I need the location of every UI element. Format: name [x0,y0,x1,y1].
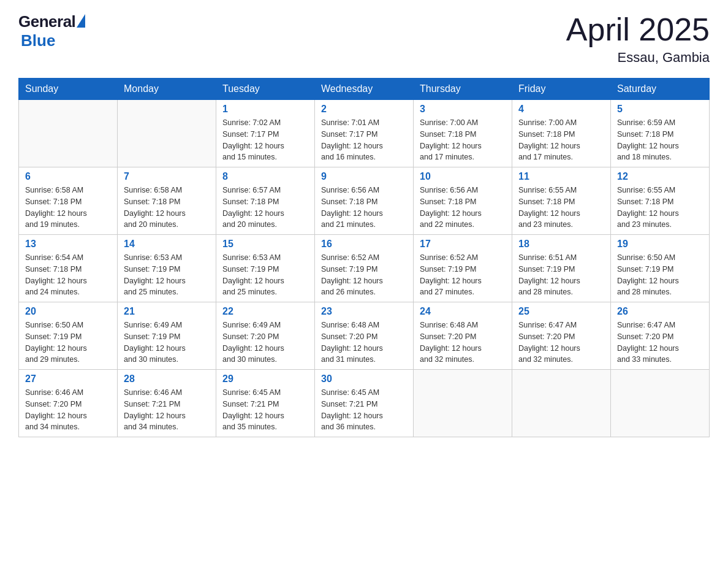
day-number: 29 [222,373,308,385]
calendar-cell: 1Sunrise: 7:02 AM Sunset: 7:17 PM Daylig… [216,100,315,167]
day-number: 22 [222,306,308,317]
calendar-cell: 12Sunrise: 6:55 AM Sunset: 7:18 PM Dayli… [611,167,710,235]
day-info: Sunrise: 6:57 AM Sunset: 7:18 PM Dayligh… [222,185,308,231]
calendar-cell: 7Sunrise: 6:58 AM Sunset: 7:18 PM Daylig… [118,167,216,235]
day-info: Sunrise: 6:47 AM Sunset: 7:20 PM Dayligh… [518,320,604,366]
day-number: 26 [617,306,703,317]
day-info: Sunrise: 6:53 AM Sunset: 7:19 PM Dayligh… [222,252,308,298]
day-info: Sunrise: 7:02 AM Sunset: 7:17 PM Dayligh… [222,117,308,163]
calendar-week-2: 6Sunrise: 6:58 AM Sunset: 7:18 PM Daylig… [19,167,710,235]
day-info: Sunrise: 6:58 AM Sunset: 7:18 PM Dayligh… [25,185,111,231]
day-info: Sunrise: 6:56 AM Sunset: 7:18 PM Dayligh… [420,185,506,231]
calendar-cell: 3Sunrise: 7:00 AM Sunset: 7:18 PM Daylig… [414,100,512,167]
weekday-header-saturday: Saturday [611,79,710,100]
calendar-cell: 16Sunrise: 6:52 AM Sunset: 7:19 PM Dayli… [315,235,414,302]
calendar-cell: 5Sunrise: 6:59 AM Sunset: 7:18 PM Daylig… [611,100,710,167]
month-title: April 2025 [566,12,710,47]
calendar-cell: 17Sunrise: 6:52 AM Sunset: 7:19 PM Dayli… [414,235,512,302]
calendar-cell: 25Sunrise: 6:47 AM Sunset: 7:20 PM Dayli… [512,302,611,370]
day-number: 11 [518,171,604,182]
day-info: Sunrise: 6:52 AM Sunset: 7:19 PM Dayligh… [321,252,407,298]
calendar-cell: 13Sunrise: 6:54 AM Sunset: 7:18 PM Dayli… [19,235,118,302]
calendar-week-5: 27Sunrise: 6:46 AM Sunset: 7:20 PM Dayli… [19,370,710,437]
day-number: 1 [222,104,308,115]
calendar-cell: 24Sunrise: 6:48 AM Sunset: 7:20 PM Dayli… [414,302,512,370]
logo: General Blue [18,12,85,50]
title-area: April 2025 Essau, Gambia [566,12,710,66]
calendar-cell: 28Sunrise: 6:46 AM Sunset: 7:21 PM Dayli… [118,370,216,437]
day-number: 10 [420,171,506,182]
day-info: Sunrise: 6:56 AM Sunset: 7:18 PM Dayligh… [321,185,407,231]
calendar-cell: 22Sunrise: 6:49 AM Sunset: 7:20 PM Dayli… [216,302,315,370]
calendar-table: SundayMondayTuesdayWednesdayThursdayFrid… [18,78,710,437]
page-header: General Blue April 2025 Essau, Gambia [18,12,710,66]
day-info: Sunrise: 7:01 AM Sunset: 7:17 PM Dayligh… [321,117,407,163]
calendar-cell: 26Sunrise: 6:47 AM Sunset: 7:20 PM Dayli… [611,302,710,370]
day-info: Sunrise: 6:49 AM Sunset: 7:20 PM Dayligh… [222,320,308,366]
calendar-week-1: 1Sunrise: 7:02 AM Sunset: 7:17 PM Daylig… [19,100,710,167]
calendar-cell: 11Sunrise: 6:55 AM Sunset: 7:18 PM Dayli… [512,167,611,235]
day-number: 15 [222,239,308,250]
calendar-cell: 20Sunrise: 6:50 AM Sunset: 7:19 PM Dayli… [19,302,118,370]
day-number: 6 [25,171,111,182]
day-info: Sunrise: 6:50 AM Sunset: 7:19 PM Dayligh… [25,320,111,366]
day-number: 16 [321,239,407,250]
day-info: Sunrise: 6:45 AM Sunset: 7:21 PM Dayligh… [222,387,308,433]
day-number: 18 [518,239,604,250]
day-number: 27 [25,373,111,385]
day-info: Sunrise: 6:47 AM Sunset: 7:20 PM Dayligh… [617,320,703,366]
day-number: 20 [25,306,111,317]
day-number: 5 [617,104,703,115]
weekday-header-friday: Friday [512,79,611,100]
day-number: 21 [124,306,210,317]
day-number: 4 [518,104,604,115]
weekday-header-tuesday: Tuesday [216,79,315,100]
day-info: Sunrise: 6:59 AM Sunset: 7:18 PM Dayligh… [617,117,703,163]
day-number: 2 [321,104,407,115]
day-info: Sunrise: 6:48 AM Sunset: 7:20 PM Dayligh… [420,320,506,366]
day-info: Sunrise: 6:50 AM Sunset: 7:19 PM Dayligh… [617,252,703,298]
day-number: 14 [124,239,210,250]
day-number: 8 [222,171,308,182]
calendar-cell [414,370,512,437]
calendar-cell: 27Sunrise: 6:46 AM Sunset: 7:20 PM Dayli… [19,370,118,437]
calendar-cell [611,370,710,437]
day-number: 25 [518,306,604,317]
day-number: 24 [420,306,506,317]
calendar-cell: 29Sunrise: 6:45 AM Sunset: 7:21 PM Dayli… [216,370,315,437]
day-info: Sunrise: 6:49 AM Sunset: 7:19 PM Dayligh… [124,320,210,366]
calendar-cell: 15Sunrise: 6:53 AM Sunset: 7:19 PM Dayli… [216,235,315,302]
calendar-cell: 19Sunrise: 6:50 AM Sunset: 7:19 PM Dayli… [611,235,710,302]
logo-general-text: General [18,12,75,31]
day-number: 30 [321,373,407,385]
day-number: 12 [617,171,703,182]
calendar-cell: 14Sunrise: 6:53 AM Sunset: 7:19 PM Dayli… [118,235,216,302]
calendar-cell: 2Sunrise: 7:01 AM Sunset: 7:17 PM Daylig… [315,100,414,167]
calendar-cell: 9Sunrise: 6:56 AM Sunset: 7:18 PM Daylig… [315,167,414,235]
day-info: Sunrise: 6:52 AM Sunset: 7:19 PM Dayligh… [420,252,506,298]
day-info: Sunrise: 6:55 AM Sunset: 7:18 PM Dayligh… [518,185,604,231]
day-number: 19 [617,239,703,250]
weekday-header-monday: Monday [118,79,216,100]
day-info: Sunrise: 7:00 AM Sunset: 7:18 PM Dayligh… [420,117,506,163]
day-number: 3 [420,104,506,115]
day-info: Sunrise: 7:00 AM Sunset: 7:18 PM Dayligh… [518,117,604,163]
day-number: 17 [420,239,506,250]
calendar-cell [19,100,118,167]
day-number: 7 [124,171,210,182]
day-number: 23 [321,306,407,317]
calendar-cell [512,370,611,437]
day-info: Sunrise: 6:45 AM Sunset: 7:21 PM Dayligh… [321,387,407,433]
day-info: Sunrise: 6:51 AM Sunset: 7:19 PM Dayligh… [518,252,604,298]
calendar-cell: 4Sunrise: 7:00 AM Sunset: 7:18 PM Daylig… [512,100,611,167]
calendar-week-4: 20Sunrise: 6:50 AM Sunset: 7:19 PM Dayli… [19,302,710,370]
day-number: 13 [25,239,111,250]
calendar-cell: 6Sunrise: 6:58 AM Sunset: 7:18 PM Daylig… [19,167,118,235]
weekday-header-row: SundayMondayTuesdayWednesdayThursdayFrid… [19,79,710,100]
logo-blue-text: Blue [21,31,55,50]
weekday-header-sunday: Sunday [19,79,118,100]
day-info: Sunrise: 6:46 AM Sunset: 7:21 PM Dayligh… [124,387,210,433]
day-info: Sunrise: 6:55 AM Sunset: 7:18 PM Dayligh… [617,185,703,231]
calendar-cell: 23Sunrise: 6:48 AM Sunset: 7:20 PM Dayli… [315,302,414,370]
day-info: Sunrise: 6:48 AM Sunset: 7:20 PM Dayligh… [321,320,407,366]
